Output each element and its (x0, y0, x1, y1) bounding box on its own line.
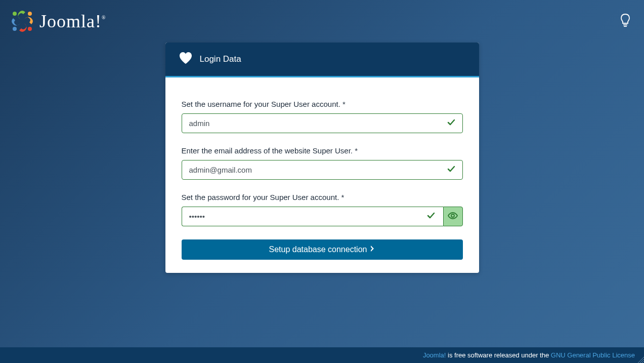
card-title: Login Data (200, 54, 241, 64)
password-group: Set the password for your Super User acc… (182, 193, 463, 226)
username-input[interactable] (182, 113, 463, 133)
svg-point-2 (28, 27, 32, 31)
brand-text: Joomla!® (39, 11, 106, 32)
footer-text: is free software released under the (446, 351, 550, 359)
joomla-logo: Joomla!® (9, 8, 106, 34)
svg-point-0 (13, 12, 17, 16)
password-input[interactable] (182, 207, 443, 226)
joomla-logo-icon (9, 8, 35, 34)
svg-line-8 (640, 359, 644, 363)
login-card: Login Data Set the username for your Sup… (165, 43, 479, 273)
username-group: Set the username for your Super User acc… (182, 100, 463, 133)
license-link[interactable]: GNU General Public License (551, 351, 635, 359)
setup-database-button[interactable]: Setup database connection (182, 239, 463, 260)
eye-icon (448, 212, 458, 221)
username-label: Set the username for your Super User acc… (182, 100, 463, 108)
heart-icon (179, 52, 193, 67)
card-header: Login Data (165, 43, 479, 77)
toggle-password-visibility-button[interactable] (443, 207, 463, 226)
header: Joomla!® (0, 0, 644, 43)
email-group: Enter the email address of the website S… (182, 146, 463, 180)
resize-handle-icon (636, 355, 644, 363)
footer: Joomla! is free software released under … (0, 347, 644, 363)
chevron-right-icon (370, 245, 375, 255)
email-label: Enter the email address of the website S… (182, 146, 463, 155)
card-body: Set the username for your Super User acc… (165, 77, 479, 273)
svg-line-9 (642, 361, 644, 363)
svg-point-6 (451, 214, 454, 217)
svg-point-3 (13, 27, 17, 31)
password-label: Set the password for your Super User acc… (182, 193, 463, 201)
svg-point-1 (28, 12, 32, 16)
joomla-link[interactable]: Joomla! (423, 351, 446, 359)
help-lightbulb-icon[interactable] (616, 9, 635, 33)
email-input[interactable] (182, 160, 463, 180)
